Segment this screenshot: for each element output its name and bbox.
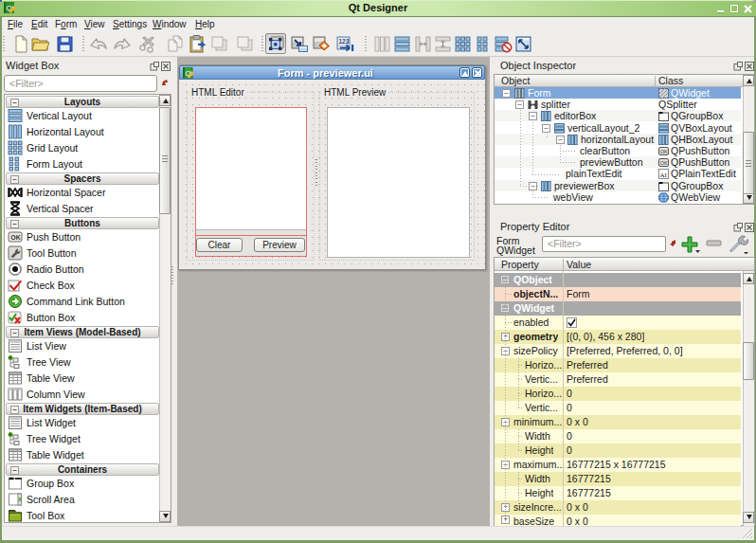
svg-text:123: 123 [339,38,350,45]
svg-text:OK: OK [10,234,21,241]
svg-text:AI: AI [660,172,668,179]
svg-text:OK: OK [660,149,668,154]
svg-text:OK: OK [660,160,668,166]
